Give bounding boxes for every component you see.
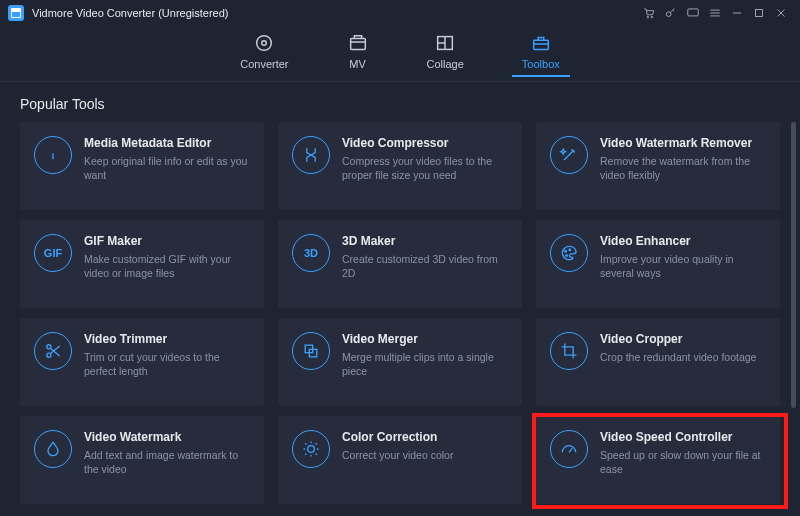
tool-card-color[interactable]: Color Correction Correct your video colo… xyxy=(278,416,522,504)
tab-label: Collage xyxy=(427,58,464,70)
tool-title: Media Metadata Editor xyxy=(84,136,250,150)
tab-label: Toolbox xyxy=(522,58,560,70)
tool-title: GIF Maker xyxy=(84,234,250,248)
maximize-icon[interactable] xyxy=(748,2,770,24)
wand-icon xyxy=(550,136,588,174)
feedback-icon[interactable] xyxy=(682,2,704,24)
tool-card-watermark[interactable]: Video Watermark Add text and image water… xyxy=(20,416,264,504)
tab-collage[interactable]: Collage xyxy=(427,32,464,76)
window-title: Vidmore Video Converter (Unregistered) xyxy=(32,7,228,19)
drop-icon xyxy=(34,430,72,468)
tool-card-3d[interactable]: 3D 3D Maker Create customized 3D video f… xyxy=(278,220,522,308)
main-tabs: Converter MV Collage Toolbox xyxy=(0,26,800,82)
gauge-icon xyxy=(550,430,588,468)
tool-title: Video Watermark xyxy=(84,430,250,444)
menu-icon[interactable] xyxy=(704,2,726,24)
tool-title: Video Enhancer xyxy=(600,234,766,248)
svg-point-17 xyxy=(308,446,315,453)
tool-card-watermark-remover[interactable]: Video Watermark Remover Remove the water… xyxy=(536,122,780,210)
tab-label: Converter xyxy=(240,58,288,70)
tool-desc: Make customized GIF with your video or i… xyxy=(84,252,250,280)
svg-point-10 xyxy=(565,251,567,253)
tab-mv[interactable]: MV xyxy=(347,32,369,76)
collage-icon xyxy=(434,32,456,54)
svg-point-14 xyxy=(47,353,51,357)
tool-title: Color Correction xyxy=(342,430,453,444)
tool-card-enhancer[interactable]: Video Enhancer Improve your video qualit… xyxy=(536,220,780,308)
cart-icon[interactable] xyxy=(638,2,660,24)
tab-converter[interactable]: Converter xyxy=(240,32,288,76)
three-d-icon: 3D xyxy=(292,234,330,272)
tool-title: Video Watermark Remover xyxy=(600,136,766,150)
tool-desc: Compress your video files to the proper … xyxy=(342,154,508,182)
compress-icon xyxy=(292,136,330,174)
tool-title: Video Speed Controller xyxy=(600,430,766,444)
tool-card-gif[interactable]: GIF GIF Maker Make customized GIF with y… xyxy=(20,220,264,308)
svg-point-2 xyxy=(666,12,671,17)
svg-point-12 xyxy=(569,249,571,251)
tool-desc: Create customized 3D video from 2D xyxy=(342,252,508,280)
converter-icon xyxy=(253,32,275,54)
sun-icon xyxy=(292,430,330,468)
toolbox-icon xyxy=(530,32,552,54)
app-logo-icon xyxy=(8,5,24,21)
tool-desc: Keep original file info or edit as you w… xyxy=(84,154,250,182)
tool-title: 3D Maker xyxy=(342,234,508,248)
tool-desc: Improve your video quality in several wa… xyxy=(600,252,766,280)
svg-rect-4 xyxy=(756,10,763,17)
svg-rect-7 xyxy=(350,38,365,49)
tool-desc: Correct your video color xyxy=(342,448,453,462)
minimize-icon[interactable] xyxy=(726,2,748,24)
tool-desc: Speed up or slow down your file at ease xyxy=(600,448,766,476)
gif-icon: GIF xyxy=(34,234,72,272)
scissors-icon xyxy=(34,332,72,370)
tool-card-speed[interactable]: Video Speed Controller Speed up or slow … xyxy=(536,416,780,504)
tool-title: Video Compressor xyxy=(342,136,508,150)
svg-point-0 xyxy=(647,16,649,18)
palette-icon xyxy=(550,234,588,272)
tool-desc: Trim or cut your videos to the perfect l… xyxy=(84,350,250,378)
svg-point-11 xyxy=(566,255,568,257)
svg-point-5 xyxy=(257,36,272,51)
scrollbar[interactable] xyxy=(791,122,796,408)
tools-grid: Media Metadata Editor Keep original file… xyxy=(0,122,800,516)
tab-toolbox[interactable]: Toolbox xyxy=(522,32,560,76)
tool-card-metadata[interactable]: Media Metadata Editor Keep original file… xyxy=(20,122,264,210)
tab-label: MV xyxy=(349,58,366,70)
tool-desc: Crop the redundant video footage xyxy=(600,350,756,364)
tool-card-merger[interactable]: Video Merger Merge multiple clips into a… xyxy=(278,318,522,406)
svg-point-6 xyxy=(262,41,267,46)
tool-card-compressor[interactable]: Video Compressor Compress your video fil… xyxy=(278,122,522,210)
tool-desc: Add text and image watermark to the vide… xyxy=(84,448,250,476)
close-icon[interactable] xyxy=(770,2,792,24)
svg-point-1 xyxy=(651,16,653,18)
titlebar: Vidmore Video Converter (Unregistered) xyxy=(0,0,800,26)
tool-card-trimmer[interactable]: Video Trimmer Trim or cut your videos to… xyxy=(20,318,264,406)
key-icon[interactable] xyxy=(660,2,682,24)
section-title: Popular Tools xyxy=(0,82,800,122)
info-icon xyxy=(34,136,72,174)
merge-icon xyxy=(292,332,330,370)
tool-desc: Merge multiple clips into a single piece xyxy=(342,350,508,378)
mv-icon xyxy=(347,32,369,54)
tool-card-cropper[interactable]: Video Cropper Crop the redundant video f… xyxy=(536,318,780,406)
tool-title: Video Merger xyxy=(342,332,508,346)
tool-desc: Remove the watermark from the video flex… xyxy=(600,154,766,182)
svg-rect-9 xyxy=(533,40,548,49)
tool-title: Video Trimmer xyxy=(84,332,250,346)
tool-title: Video Cropper xyxy=(600,332,756,346)
svg-point-13 xyxy=(47,345,51,349)
crop-icon xyxy=(550,332,588,370)
